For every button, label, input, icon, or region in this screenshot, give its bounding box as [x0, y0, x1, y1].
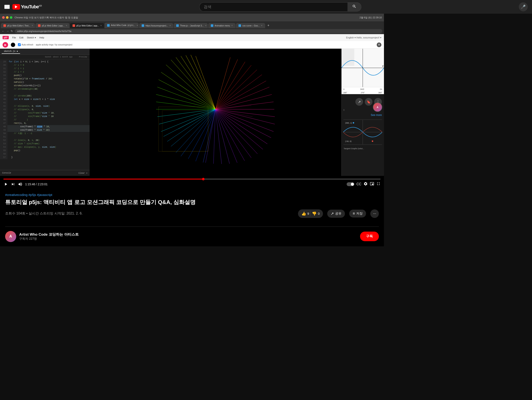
- tab-label-2: p5.js Web Editor | app...: [42, 25, 64, 27]
- browser-tab-7[interactable]: Animation menu ✕: [208, 23, 235, 28]
- browser-tab-1[interactable]: p5.js Web Editor | Text... ✕: [1, 23, 35, 28]
- browser-tab-3-active[interactable]: p5.js Web Editor | app... ✕: [70, 23, 104, 28]
- share-button[interactable]: ↗ 공유: [327, 210, 345, 218]
- video-title: 튜토리얼 p5js: 액티비티 앱 로고 모션그래픽 코딩으로 만들기 Q&A,…: [5, 199, 379, 206]
- preview-panel: [90, 49, 341, 176]
- saved-status-bar: Saved: about 1 month ago Preview: [0, 55, 90, 59]
- new-tab-button[interactable]: +: [266, 23, 271, 28]
- fullscreen-button[interactable]: [376, 182, 380, 187]
- code-tab-sketch[interactable]: sketch.js ●: [2, 49, 20, 54]
- code-line-37: 37 // strokeWeight(30): [0, 88, 90, 91]
- back-button[interactable]: ←: [2, 29, 5, 33]
- tab-label-6: Three.js – JavaScript 3...: [180, 25, 204, 27]
- tab-close-5[interactable]: ✕: [169, 25, 171, 27]
- saved-status-text: Saved: about 1 month ago: [45, 56, 73, 58]
- browser-tab-4[interactable]: Artist Who Code 코딩티... ✕: [105, 23, 139, 28]
- tab-close-3[interactable]: ✕: [100, 25, 102, 27]
- p5-menu-file[interactable]: File: [12, 36, 16, 39]
- youtube-header: YouTubeKR 🎤: [0, 0, 532, 14]
- svg-point-62: [353, 122, 354, 123]
- youtube-logo-icon: [12, 4, 20, 10]
- tab-favicon-5: [142, 24, 144, 27]
- channel-avatar-placeholder: A: [5, 231, 16, 242]
- tab-favicon-8: [239, 24, 241, 27]
- play-pause-button[interactable]: [3, 182, 8, 187]
- more-options-button[interactable]: ···: [370, 209, 379, 218]
- tab-label-4: Artist Who Code 코딩티...: [111, 24, 135, 27]
- next-button[interactable]: [11, 182, 15, 187]
- browser-tab-2[interactable]: p5.js Web Editor | app... ✕: [35, 23, 70, 28]
- tab-close-7[interactable]: ✕: [231, 25, 233, 27]
- p5-menu-sketch[interactable]: Sketch ▾: [27, 36, 36, 39]
- clear-button[interactable]: Clear ▾: [78, 172, 88, 174]
- code-line-53: 53 // size * sin(frame): [0, 142, 90, 146]
- controls-row: 1:15:46 / 2:23:01 CC: [3, 182, 380, 187]
- subscribe-button[interactable]: 구독: [360, 232, 379, 241]
- video-player[interactable]: Chrome 파일 수정 보기 방문기록 북마크 사용자 탭 창 도움말 2월 …: [0, 14, 384, 189]
- settings-icon-area: ⚙: [377, 42, 381, 47]
- auto-refresh-checkbox[interactable]: [18, 43, 21, 46]
- channel-name[interactable]: Artist Who Code 코딩하는 아티스트: [19, 232, 360, 237]
- tab-close-6[interactable]: ✕: [205, 25, 207, 27]
- search-area: [184, 2, 376, 12]
- tab-close-8[interactable]: ✕: [261, 25, 263, 27]
- youtube-logo[interactable]: YouTubeKR: [12, 4, 42, 10]
- stop-button[interactable]: [11, 42, 15, 47]
- save-button[interactable]: ≡ 저장: [349, 210, 366, 218]
- voice-search-button[interactable]: 🎤: [519, 2, 528, 11]
- settings-button[interactable]: ⚙: [377, 42, 381, 47]
- address-bar-input[interactable]: [15, 29, 382, 33]
- pip-button[interactable]: [370, 182, 374, 187]
- spiral-art-svg: [90, 49, 341, 170]
- cosine-graph-labels: π 3π/2 2π: [342, 87, 384, 91]
- code-line-51: 51: [0, 135, 90, 139]
- reload-button[interactable]: ↻: [11, 29, 13, 33]
- controls-right: CC: [347, 182, 380, 187]
- search-input[interactable]: [199, 2, 348, 12]
- share-icon: ↗: [331, 211, 334, 216]
- see-more-link[interactable]: See more: [371, 114, 382, 116]
- p5-menu-edit[interactable]: Edit: [19, 36, 24, 39]
- search-button[interactable]: [348, 2, 361, 12]
- play-button[interactable]: ▶: [3, 42, 8, 48]
- tangent-label: Tangent Graphs (solut...: [342, 147, 384, 150]
- browser-tab-5[interactable]: https://sosunnyproject... ✕: [139, 23, 173, 28]
- tab-close-1[interactable]: ✕: [32, 25, 33, 27]
- os-bar-text: Chrome 파일 수정 보기 방문기록 북마크 사용자 탭 창 도움말: [14, 16, 78, 19]
- dislike-count: 0: [318, 212, 320, 215]
- code-line-45: 45 // sin(frame)*size * 10: [0, 115, 90, 118]
- tab-close-4[interactable]: ✕: [137, 24, 138, 26]
- p5-editor-menubar: p5* File Edit Sketch ▾ Help English ▾ He…: [0, 34, 384, 41]
- preview-label-top: Preview: [79, 56, 87, 58]
- forward-button[interactable]: →: [6, 29, 9, 33]
- video-section: Chrome 파일 수정 보기 방문기록 북마크 사용자 탭 창 도움말 2월 …: [0, 14, 384, 246]
- code-line-54: 54 // api: ellipse(x, y, size, size): [0, 146, 90, 149]
- browser-tab-6[interactable]: Three.js – JavaScript 3... ✕: [174, 23, 208, 28]
- bookmark-icon-button[interactable]: 🔖: [365, 98, 373, 106]
- p5-menu-help[interactable]: Help: [39, 36, 44, 39]
- toggle-switch[interactable]: [347, 182, 354, 186]
- time-display: 1:15:46 / 2:23:01: [25, 182, 48, 186]
- tab-favicon-2: [38, 24, 41, 27]
- volume-button[interactable]: [18, 182, 23, 187]
- cosine-graph-degrees: 180° 270° 360°: [342, 91, 384, 94]
- browser-tab-8[interactable]: cos curve – Goo... ✕: [236, 23, 265, 28]
- subtitles-button[interactable]: CC: [356, 182, 361, 186]
- share-icon-button[interactable]: ↗: [355, 98, 363, 106]
- like-divider: [310, 211, 310, 216]
- code-line-34: 34 rotate(i*10 + frameCount / 20): [0, 77, 90, 81]
- progress-bar[interactable]: [3, 179, 380, 180]
- code-line-39: 39 // stroke(255): [0, 94, 90, 98]
- tab-close-2[interactable]: ✕: [66, 25, 67, 27]
- hamburger-menu-button[interactable]: [4, 5, 10, 9]
- svg-point-63: [372, 141, 373, 142]
- like-button[interactable]: 👍 9 👎 0: [298, 209, 323, 218]
- settings-button-ctrl[interactable]: [363, 182, 368, 187]
- see-more-area[interactable]: See more: [342, 112, 384, 118]
- progress-dot: [202, 178, 205, 180]
- toggle-knob: [351, 183, 354, 186]
- p5-editor-main: sketch.js ● Saved: about 1 month ago Pre…: [0, 49, 384, 176]
- console-label: Console: [2, 172, 11, 174]
- video-controls: 1:15:46 / 2:23:01 CC: [0, 177, 384, 189]
- code-line-33: 33 push(): [0, 74, 90, 77]
